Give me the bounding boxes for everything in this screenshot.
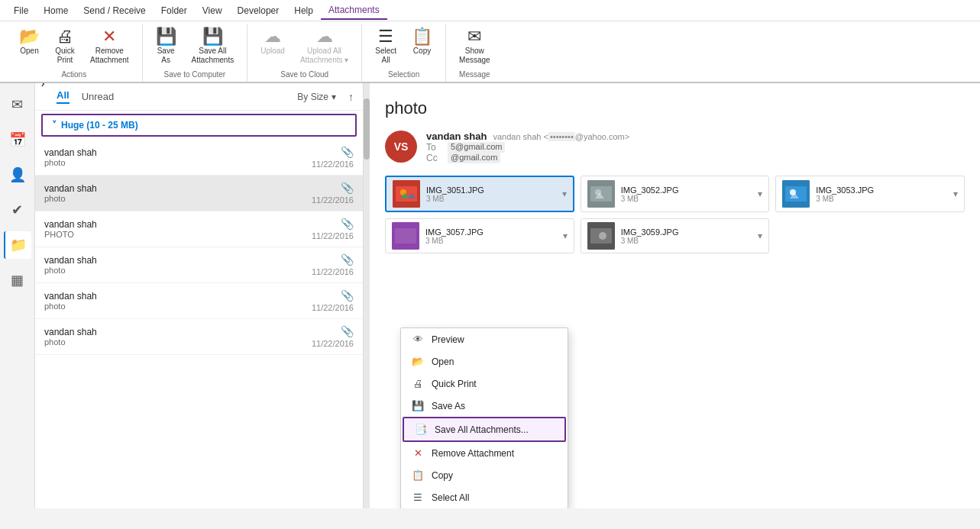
save-all-ctx-icon: 📑 <box>415 424 427 435</box>
meta-cc-row: Cc @gmail.com <box>426 153 965 163</box>
show-message-icon: ✉ <box>467 28 481 45</box>
message-group-label: Message <box>452 69 497 82</box>
group-header-huge[interactable]: ˅ Huge (10 - 25 MB) <box>41 114 357 137</box>
sidebar-icon-people[interactable]: 👤 <box>4 161 31 189</box>
att-chevron-4[interactable]: ▾ <box>758 231 762 241</box>
email-item-1[interactable]: vandan shah photo 📎 11/22/2016 <box>35 176 363 211</box>
scrollbar-thumb[interactable] <box>364 98 370 160</box>
tab-all[interactable]: All <box>57 89 70 104</box>
sidebar-icon-mail[interactable]: ✉ <box>4 91 31 118</box>
ribbon-btn-select-all[interactable]: ☰ SelectAll <box>368 24 403 69</box>
ctx-select-all-label: Select All <box>432 492 469 503</box>
email-info-4: vandan shah photo <box>44 291 312 311</box>
ctx-copy[interactable]: 📋 Copy <box>401 464 568 486</box>
upload-all-icon: ☁ <box>316 28 333 45</box>
ctx-remove[interactable]: ✕ Remove Attachment <box>401 442 568 464</box>
ribbon-btn-open[interactable]: 📂 Open <box>12 24 47 60</box>
attachment-chip-3[interactable]: IMG_3057.JPG 3 MB ▾ <box>385 218 574 253</box>
sidebar-icon-tasks[interactable]: ✔ <box>4 196 31 224</box>
open-ctx-icon: 📂 <box>412 356 424 367</box>
attachment-chip-4[interactable]: IMG_3059.JPG 3 MB ▾ <box>581 218 770 253</box>
save-all-label: Save AllAttachments <box>192 47 234 65</box>
attachment-chip-0[interactable]: IMG_3051.JPG 3 MB ▾ <box>385 176 574 212</box>
attachment-chip-2[interactable]: IMG_3053.JPG 3 MB ▾ <box>775 176 965 212</box>
to-label: To <box>426 142 441 153</box>
sort-button[interactable]: By Size ▾ <box>297 92 336 102</box>
ribbon-group-selection: ☰ SelectAll 📋 Copy Selection <box>362 24 446 82</box>
email-subject-4: photo <box>44 302 312 311</box>
attachment-icon-2: 📎 <box>341 218 354 230</box>
svg-rect-7 <box>785 186 807 202</box>
menu-folder[interactable]: Folder <box>154 2 195 19</box>
att-chevron-1[interactable]: ▾ <box>758 189 762 199</box>
sender-email: vandan shah <••••••••@yahoo.com> <box>493 132 629 141</box>
ribbon-btn-show-message[interactable]: ✉ ShowMessage <box>452 24 497 69</box>
attachment-chip-1[interactable]: IMG_3052.JPG 3 MB ▾ <box>581 176 770 212</box>
remove-attachment-label: RemoveAttachment <box>90 47 129 65</box>
ctx-open[interactable]: 📂 Open <box>401 350 568 373</box>
ribbon-btn-save-as[interactable]: 💾 SaveAs <box>149 24 183 69</box>
email-subject-0: photo <box>44 158 312 167</box>
attachment-icon-4: 📎 <box>341 289 354 302</box>
show-message-label: ShowMessage <box>459 47 490 65</box>
ctx-select-all[interactable]: ☰ Select All <box>401 486 568 508</box>
ribbon-btn-quick-print[interactable]: 🖨 QuickPrint <box>48 24 82 69</box>
svg-rect-4 <box>590 186 612 202</box>
email-item-4[interactable]: vandan shah photo 📎 11/22/2016 <box>35 283 363 319</box>
avatar: VS <box>385 131 417 163</box>
sidebar-icon-folder[interactable]: 📁 <box>4 231 31 259</box>
email-info-0: vandan shah photo <box>44 147 312 167</box>
email-info-1: vandan shah photo <box>44 183 312 203</box>
email-item-5[interactable]: vandan shah photo 📎 11/22/2016 <box>35 319 363 355</box>
att-chevron-0[interactable]: ▾ <box>562 189 567 199</box>
email-meta-info: vandan shah vandan shah <••••••••@yahoo.… <box>426 131 965 163</box>
menu-view[interactable]: View <box>195 2 230 19</box>
email-info-5: vandan shah photo <box>44 327 312 347</box>
save-computer-group-label: Save to Computer <box>149 69 241 82</box>
tab-unread[interactable]: Unread <box>82 91 115 102</box>
att-name-0: IMG_3051.JPG <box>426 185 556 195</box>
email-info-2: vandan shah PHOTO <box>44 219 312 239</box>
email-item-3[interactable]: vandan shah photo 📎 11/22/2016 <box>35 247 363 283</box>
email-item-2[interactable]: vandan shah PHOTO 📎 11/22/2016 <box>35 211 363 247</box>
ctx-save-as[interactable]: 💾 Save As <box>401 395 568 417</box>
att-thumb-0 <box>393 180 420 208</box>
email-from-5: vandan shah <box>44 327 312 337</box>
email-item-0[interactable]: vandan shah photo 📎 11/22/2016 <box>35 140 363 176</box>
actions-group-label: Actions <box>12 69 136 82</box>
ribbon-btn-remove-attachment[interactable]: ✕ RemoveAttachment <box>83 24 136 69</box>
scrollbar[interactable] <box>364 83 370 508</box>
menu-help[interactable]: Help <box>286 2 321 19</box>
email-from-3: vandan shah <box>44 255 312 266</box>
ribbon-btn-save-all[interactable]: 💾 Save AllAttachments <box>185 24 241 69</box>
sort-arrows-icon[interactable]: ↑ <box>348 91 354 103</box>
ctx-preview-label: Preview <box>432 334 464 345</box>
meta-to-row: To 5@gmail.com <box>426 142 965 153</box>
ribbon-btn-copy[interactable]: 📋 Copy <box>405 24 439 60</box>
sidebar-icon-apps[interactable]: ▦ <box>4 266 31 294</box>
ribbon-group-save-cloud: ☁ Upload ☁ Upload AllAttachments ▾ Save … <box>247 24 362 82</box>
group-header-label: Huge (10 - 25 MB) <box>61 120 138 131</box>
email-right-2: 📎 11/22/2016 <box>312 218 354 240</box>
group-chevron-icon: ˅ <box>52 120 57 131</box>
sidebar-icon-calendar[interactable]: 📅 <box>4 126 31 153</box>
menu-developer[interactable]: Developer <box>230 2 287 19</box>
menu-file[interactable]: File <box>6 2 36 19</box>
att-info-0: IMG_3051.JPG 3 MB <box>426 185 556 203</box>
email-list: ˅ Huge (10 - 25 MB) vandan shah photo 📎 … <box>35 111 363 508</box>
upload-icon: ☁ <box>264 28 281 45</box>
menu-send-receive[interactable]: Send / Receive <box>76 2 153 19</box>
menu-attachments[interactable]: Attachments <box>321 2 387 20</box>
ctx-quick-print[interactable]: 🖨 Quick Print <box>401 373 568 395</box>
ctx-open-label: Open <box>432 356 454 367</box>
email-info-3: vandan shah photo <box>44 255 312 275</box>
ctx-preview[interactable]: 👁 Preview <box>401 328 568 350</box>
svg-rect-1 <box>396 186 417 202</box>
ctx-save-all[interactable]: 📑 Save All Attachments... <box>403 417 566 442</box>
att-chevron-3[interactable]: ▾ <box>563 231 568 241</box>
menu-home[interactable]: Home <box>36 2 76 19</box>
quick-print-icon: 🖨 <box>57 28 73 45</box>
att-chevron-2[interactable]: ▾ <box>953 189 958 199</box>
save-as-icon: 💾 <box>156 28 176 45</box>
email-subject-2: PHOTO <box>44 230 312 239</box>
